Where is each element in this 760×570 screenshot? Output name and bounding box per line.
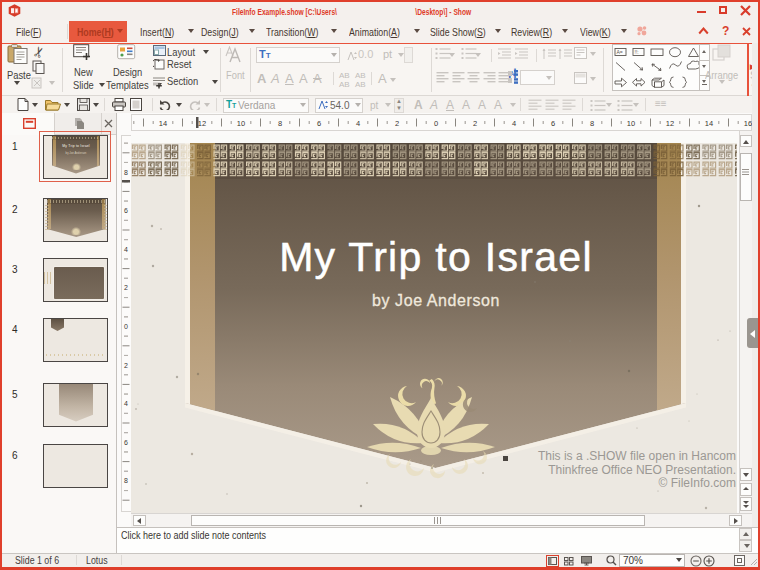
svg-text:12: 12	[666, 118, 674, 127]
svg-text:6: 6	[124, 207, 128, 214]
svg-text:6: 6	[124, 439, 128, 446]
svg-text:!!:: !!:	[635, 49, 639, 55]
svg-text:0: 0	[434, 118, 438, 127]
svg-text:12: 12	[198, 118, 206, 127]
svg-text:6: 6	[551, 118, 555, 127]
svg-text:8: 8	[124, 477, 128, 484]
svg-text:2: 2	[395, 118, 399, 127]
svg-text:10: 10	[237, 118, 245, 127]
svg-text:4: 4	[124, 246, 128, 253]
svg-text:2: 2	[124, 284, 128, 291]
svg-text:0: 0	[124, 323, 128, 330]
svg-text:10: 10	[627, 118, 635, 127]
svg-text:2: 2	[473, 118, 477, 127]
svg-text:A=: A=	[617, 49, 623, 55]
svg-text:4: 4	[124, 400, 128, 407]
svg-text:4: 4	[356, 118, 360, 127]
svg-text:14: 14	[705, 118, 713, 127]
svg-text:16: 16	[744, 118, 752, 127]
svg-text:8: 8	[124, 169, 128, 176]
svg-text:4: 4	[512, 118, 516, 127]
svg-text:8: 8	[590, 118, 594, 127]
svg-text:8: 8	[278, 118, 282, 127]
svg-text:6: 6	[317, 118, 321, 127]
svg-text:2: 2	[124, 362, 128, 369]
svg-text:14: 14	[159, 118, 167, 127]
